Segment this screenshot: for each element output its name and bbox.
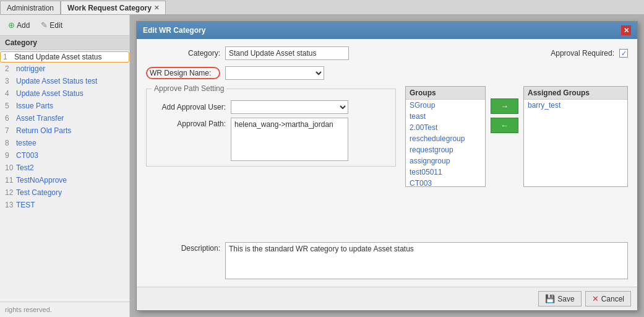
approve-path-section: Approve Path Setting Add Approval User: … xyxy=(146,89,396,167)
group-item-teast[interactable]: teast xyxy=(406,111,485,122)
groups-container: Groups SGroup teast 2.00Test rescheduleg… xyxy=(405,86,628,187)
modal-columns: Approve Path Setting Add Approval User: … xyxy=(146,86,628,236)
modal-footer: 💾 Save ✕ Cancel xyxy=(137,287,637,310)
modal-close-button[interactable]: ✕ xyxy=(621,25,631,35)
category-label: Category: xyxy=(146,49,220,58)
sidebar-list: 1 Stand Update Asset status 2 notrigger … xyxy=(0,50,129,302)
groups-arrows: → ← xyxy=(491,86,518,133)
modal-left: Approve Path Setting Add Approval User: … xyxy=(146,86,396,236)
save-icon: 💾 xyxy=(545,294,555,303)
wr-design-select[interactable] xyxy=(225,66,324,80)
cancel-icon: ✕ xyxy=(592,294,599,303)
group-item-sgroup[interactable]: SGroup xyxy=(406,100,485,111)
sidebar-item-9[interactable]: 9 CT003 xyxy=(0,149,129,162)
sidebar-footer: rights reserved. xyxy=(0,302,129,317)
add-approval-select[interactable] xyxy=(231,100,348,114)
approval-required-checkbox[interactable] xyxy=(619,49,628,58)
description-textarea[interactable]: This is the standard WR category to upda… xyxy=(225,242,628,279)
groups-list: SGroup teast 2.00Test reschedulegroup re… xyxy=(406,100,485,186)
tab-label: Work Request Category xyxy=(67,4,152,12)
wr-design-label: WR Design Name: xyxy=(146,67,220,79)
group-item-assigngroup[interactable]: assigngroup xyxy=(406,155,485,167)
add-button[interactable]: ⊕ Add xyxy=(5,19,33,32)
group-item-200test[interactable]: 2.00Test xyxy=(406,122,485,133)
description-label: Description: xyxy=(146,242,220,253)
cancel-button[interactable]: ✕ Cancel xyxy=(585,291,631,306)
edit-icon: ✎ xyxy=(41,20,48,30)
tab-close-icon[interactable]: ✕ xyxy=(154,4,159,11)
group-item-requestgroup[interactable]: requestgroup xyxy=(406,144,485,155)
move-left-button[interactable]: ← xyxy=(491,118,518,133)
assigned-groups-header: Assigned Groups xyxy=(524,87,627,100)
approval-required-label: Approval Required: xyxy=(551,49,614,58)
approval-path-textarea[interactable]: helena_wang->martha_jordan xyxy=(231,118,348,161)
category-row: Category: xyxy=(146,46,349,60)
move-right-button[interactable]: → xyxy=(491,98,518,114)
sidebar-item-8[interactable]: 8 testee xyxy=(0,137,129,149)
group-item-ct003[interactable]: CT003 xyxy=(406,178,485,186)
tab-bar: Administration Work Request Category ✕ xyxy=(0,0,644,15)
wr-design-row: WR Design Name: xyxy=(146,66,628,80)
tab-label: Administration xyxy=(7,4,54,12)
main-layout: ⊕ Add ✎ Edit Category 1 Stand Update Ass… xyxy=(0,15,644,317)
groups-panel: Groups SGroup teast 2.00Test rescheduleg… xyxy=(405,86,486,187)
sidebar-item-13[interactable]: 13 TEST xyxy=(0,199,129,211)
sidebar-item-12[interactable]: 12 Test Category xyxy=(0,186,129,199)
group-item-reschedulegroup[interactable]: reschedulegroup xyxy=(406,133,485,144)
sidebar-item-3[interactable]: 3 Update Asset Status test xyxy=(0,75,129,87)
sidebar-item-11[interactable]: 11 TestNoApprove xyxy=(0,174,129,186)
add-approval-label: Add Approval User: xyxy=(152,103,226,111)
modal-header: Edit WR Category ✕ xyxy=(137,22,637,39)
save-button[interactable]: 💾 Save xyxy=(538,291,581,306)
tab-work-request-category[interactable]: Work Request Category ✕ xyxy=(61,1,166,14)
approval-required-row: Approval Required: xyxy=(551,49,628,58)
sidebar-header: Category xyxy=(0,36,129,50)
sidebar: ⊕ Add ✎ Edit Category 1 Stand Update Ass… xyxy=(0,15,130,317)
cancel-label: Cancel xyxy=(601,295,624,303)
add-icon: ⊕ xyxy=(8,20,15,30)
edit-label: Edit xyxy=(49,21,62,30)
edit-button[interactable]: ✎ Edit xyxy=(38,19,66,32)
sidebar-item-4[interactable]: 4 Update Asset Status xyxy=(0,87,129,100)
assigned-groups-panel: Assigned Groups barry_test xyxy=(523,86,628,187)
tab-administration[interactable]: Administration xyxy=(0,1,61,14)
groups-header: Groups xyxy=(406,87,485,100)
approval-path-label: Approval Path: xyxy=(152,118,226,128)
sidebar-item-6[interactable]: 6 Asset Transfer xyxy=(0,112,129,124)
add-approval-row: Add Approval User: xyxy=(152,100,390,114)
category-input[interactable] xyxy=(225,46,349,60)
sidebar-item-2[interactable]: 2 notrigger xyxy=(0,63,129,75)
sidebar-item-5[interactable]: 5 Issue Parts xyxy=(0,100,129,112)
modal-body: Category: Approval Required: WR Design N… xyxy=(137,39,637,287)
group-item-test05011[interactable]: test05011 xyxy=(406,167,485,178)
description-section: Description: This is the standard WR cat… xyxy=(146,242,628,279)
content-area: Edit WR Category ✕ Category: Approval Re… xyxy=(130,15,644,317)
approval-path-row: Approval Path: helena_wang->martha_jorda… xyxy=(152,118,390,161)
sidebar-item-10[interactable]: 10 Test2 xyxy=(0,162,129,174)
modal-title: Edit WR Category xyxy=(143,26,205,35)
add-label: Add xyxy=(17,21,30,30)
sidebar-item-1[interactable]: 1 Stand Update Asset status xyxy=(0,51,129,63)
assigned-group-item-barry-test[interactable]: barry_test xyxy=(524,100,627,111)
section-title: Approve Path Setting xyxy=(152,84,226,93)
modal-dialog: Edit WR Category ✕ Category: Approval Re… xyxy=(136,21,638,311)
save-label: Save xyxy=(557,295,574,303)
sidebar-item-7[interactable]: 7 Return Old Parts xyxy=(0,124,129,137)
sidebar-toolbar: ⊕ Add ✎ Edit xyxy=(0,15,129,36)
assigned-groups-list: barry_test xyxy=(524,100,627,186)
modal-right: Groups SGroup teast 2.00Test rescheduleg… xyxy=(405,86,628,236)
